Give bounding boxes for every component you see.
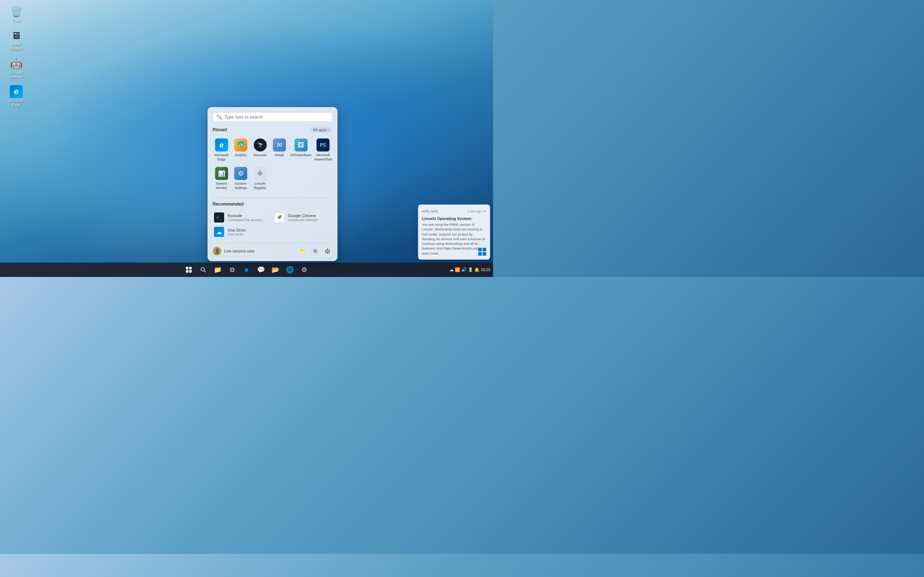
search-bar[interactable]: 🔍 (213, 112, 333, 122)
clock-time: 03:29 (481, 268, 490, 272)
app-label-dolphin: Dolphin (235, 153, 247, 157)
start-menu-footer: 👤 Live session user 📁 ⚙ ⏻ (213, 243, 333, 256)
svg-line-3 (204, 271, 206, 272)
search-input[interactable] (225, 115, 328, 120)
app-item-linuxfx[interactable]: ✤ Linuxfx Register (251, 165, 269, 192)
app-item-discover[interactable]: 🔭 Discover (251, 136, 269, 163)
desktop-icons: 🗑️ Trash 🖥 Install System 🤖 Emulate Andr… (3, 3, 29, 109)
desktop-icon-install[interactable]: 🖥 Install System (3, 27, 29, 53)
rec-item-chrome[interactable]: Google Chrome Access the Internet (273, 210, 333, 225)
rec-sub-konsole: Command line access (228, 218, 261, 222)
taskbar-settings-button[interactable]: ⚙ (298, 263, 311, 276)
app-item-syssettings[interactable]: ⚙ System Settings (232, 165, 249, 192)
weather-icon: ☁ (449, 267, 454, 272)
rec-text-onedrive: One Drive One Drive (228, 228, 246, 236)
notif-header: notify-send 1 min ago × (422, 208, 486, 214)
notif-close-button[interactable]: × (483, 208, 486, 214)
app-item-sysmon[interactable]: 📊 System Monitor (213, 165, 230, 192)
rec-item-konsole[interactable]: >_ Konsole Command line access (213, 210, 272, 225)
app-icon-powershell: PS (317, 139, 330, 152)
app-item-edge[interactable]: e Microsoft Edge (213, 136, 230, 163)
app-item-dolphin[interactable]: 🐬 Dolphin (232, 136, 249, 163)
app-icon-dolphin: 🐬 (234, 139, 247, 152)
rec-text-chrome: Google Chrome Access the Internet (288, 213, 317, 222)
svg-point-2 (201, 268, 205, 271)
install-label: Install System (5, 43, 27, 51)
sound-icon: 🔊 (461, 267, 467, 272)
all-apps-chevron: › (328, 128, 330, 132)
desktop-icon-trash[interactable]: 🗑️ Trash (3, 3, 29, 24)
edge-label: Microsoft Edge (5, 99, 27, 108)
taskbar-edge-button[interactable]: e (240, 263, 253, 276)
notification-popup: notify-send 1 min ago × Linuxfx Operatin… (418, 205, 490, 259)
windows-start-icon (186, 267, 192, 272)
notif-time: 1 min ago × (467, 208, 486, 214)
taskbar-browser-button[interactable]: 🌐 (283, 263, 296, 276)
notification-icon: 🔔 (474, 267, 480, 272)
app-label-kmail: KMail (275, 153, 284, 157)
all-apps-label: All apps (313, 128, 327, 132)
app-label-linuxfx: Linuxfx Register (252, 181, 268, 190)
recommended-row: >_ Konsole Command line access Google Ch… (213, 210, 333, 225)
android-icon: 🤖 (10, 57, 23, 70)
pinned-grid: e Microsoft Edge 🐬 Dolphin 🔭 Discover ✉ … (213, 136, 333, 192)
user-avatar: 👤 (213, 247, 221, 255)
app-label-powershell: Microsoft PowerShell (314, 153, 332, 161)
taskbar-search-button[interactable] (197, 263, 210, 276)
battery-icon: 🔋 (468, 267, 473, 272)
taskbar-explorer-button[interactable]: 📂 (269, 263, 282, 276)
app-icon-linuxfx: ✤ (254, 167, 267, 180)
trash-label: Trash (11, 19, 21, 23)
pinned-label: Pinned (213, 127, 227, 132)
taskbar-sys-icons: ☁ 📶 🔊 🔋 🔔 (449, 267, 480, 272)
section-divider (213, 198, 333, 198)
rec-sub-chrome: Access the Internet (288, 218, 317, 222)
rec-title-chrome: Google Chrome (288, 213, 317, 218)
footer-icons: 📁 ⚙ ⏻ (298, 246, 333, 256)
app-icon-kmail: ✉ (273, 139, 286, 152)
app-label-discover: Discover (254, 153, 267, 157)
taskbar-time[interactable]: 03:29 (481, 268, 490, 272)
app-icon-sysmon: 📊 (215, 167, 228, 180)
taskbar-center: 📁 ⧉ e 💬 📂 🌐 ⚙ (182, 263, 311, 276)
footer-files-button[interactable]: 📁 (298, 246, 308, 256)
taskbar-files-button[interactable]: 📁 (211, 263, 224, 276)
pinned-section-header: Pinned All apps › (213, 127, 333, 133)
app-item-powershell[interactable]: PS Microsoft PowerShell (313, 136, 333, 163)
rec-icon-chrome (274, 213, 284, 222)
start-button[interactable] (182, 263, 195, 276)
android-label: Emulate Android (5, 71, 27, 79)
rec-title-onedrive: One Drive (228, 228, 246, 232)
notif-body: You are using the FREE version of Linuxf… (422, 222, 486, 256)
edge-desktop-icon: e (10, 85, 23, 98)
rec-icon-konsole: >_ (214, 213, 224, 222)
app-label-syssettings: System Settings (233, 181, 249, 190)
windows-logo (478, 248, 486, 256)
notif-app-label: notify-send (422, 210, 438, 213)
taskbar-chat-button[interactable]: 💬 (254, 263, 267, 276)
start-menu: 🔍 Pinned All apps › e Microsoft Edge 🐬 D… (208, 107, 338, 261)
taskbar-right: ☁ 📶 🔊 🔋 🔔 03:29 (449, 267, 490, 272)
wifi-icon: 📶 (455, 267, 460, 272)
search-icon: 🔍 (216, 114, 222, 120)
app-label-sysmon: System Monitor (213, 181, 229, 190)
app-item-kphoto[interactable]: 🖼 KPhotoAlbum (290, 136, 312, 163)
notif-title: Linuxfx Operating System: (422, 216, 486, 221)
footer-power-button[interactable]: ⏻ (322, 246, 333, 256)
desktop-icon-edge[interactable]: e Microsoft Edge (3, 84, 29, 109)
user-name: Live session user (224, 249, 255, 253)
app-icon-kphoto: 🖼 (294, 139, 307, 152)
trash-icon: 🗑️ (10, 5, 23, 18)
desktop-icon-android[interactable]: 🤖 Emulate Android (3, 56, 29, 81)
app-item-kmail[interactable]: ✉ KMail (270, 136, 288, 163)
taskbar-multitask-button[interactable]: ⧉ (226, 263, 239, 276)
rec-icon-onedrive: ☁ (214, 227, 224, 237)
rec-sub-onedrive: One Drive (228, 232, 246, 236)
rec-item-onedrive[interactable]: ☁ One Drive One Drive (213, 225, 333, 239)
all-apps-button[interactable]: All apps › (310, 127, 333, 133)
footer-settings-button[interactable]: ⚙ (310, 246, 320, 256)
app-label-edge: Microsoft Edge (213, 153, 229, 161)
app-icon-discover: 🔭 (254, 139, 267, 152)
user-info[interactable]: 👤 Live session user (213, 247, 255, 255)
taskbar: 📁 ⧉ e 💬 📂 🌐 ⚙ ☁ 📶 🔊 🔋 🔔 03:29 (0, 263, 493, 277)
